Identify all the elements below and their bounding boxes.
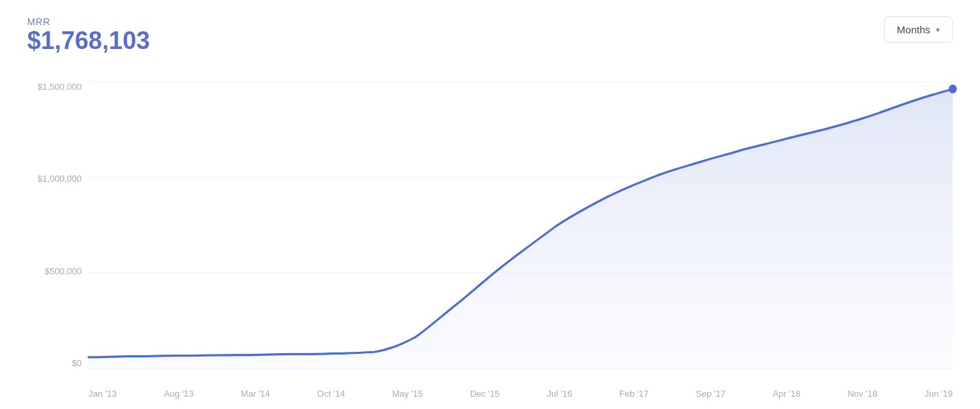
x-label-dec15: Dec '15 xyxy=(470,389,500,399)
x-label-feb17: Feb '17 xyxy=(619,389,649,399)
y-axis: $1,500,000 $1,000,000 $500,000 $0 xyxy=(27,82,88,368)
x-label-nov18: Nov '18 xyxy=(847,389,877,399)
x-label-jul16: Jul '16 xyxy=(547,389,572,399)
period-label: Months xyxy=(897,24,930,35)
y-label-1000k: $1,000,000 xyxy=(27,174,88,184)
chart-end-dot xyxy=(949,84,957,93)
x-label-sep17: Sep '17 xyxy=(696,389,725,399)
x-label-jun19: Jun '19 xyxy=(924,389,953,399)
grid-line-bottom xyxy=(88,368,953,369)
chart-area-fill xyxy=(88,89,953,368)
mrr-value: $1,768,103 xyxy=(27,27,150,54)
x-label-may15: May '15 xyxy=(392,389,423,399)
line-chart xyxy=(88,82,953,368)
mrr-label: MRR xyxy=(27,16,150,27)
x-axis: Jan '13 Aug '13 Mar '14 Oct '14 May '15 … xyxy=(88,389,953,399)
y-label-0: $0 xyxy=(27,358,88,368)
x-label-aug13: Aug '13 xyxy=(164,389,194,399)
chevron-down-icon: ▾ xyxy=(936,25,940,35)
x-label-oct14: Oct '14 xyxy=(317,389,345,399)
chart-area: $1,500,000 $1,000,000 $500,000 $0 xyxy=(27,82,953,368)
dashboard-container: MRR $1,768,103 Months ▾ $1,500,000 $1,00… xyxy=(0,0,980,409)
x-label-mar14: Mar '14 xyxy=(241,389,270,399)
chart-inner xyxy=(88,82,953,368)
y-label-500k: $500,000 xyxy=(27,266,88,276)
x-label-apr18: Apr '18 xyxy=(772,389,800,399)
x-label-jan13: Jan '13 xyxy=(88,389,117,399)
y-label-1500k: $1,500,000 xyxy=(27,82,88,92)
mrr-header: MRR $1,768,103 xyxy=(27,16,150,54)
period-selector[interactable]: Months ▾ xyxy=(884,16,953,43)
